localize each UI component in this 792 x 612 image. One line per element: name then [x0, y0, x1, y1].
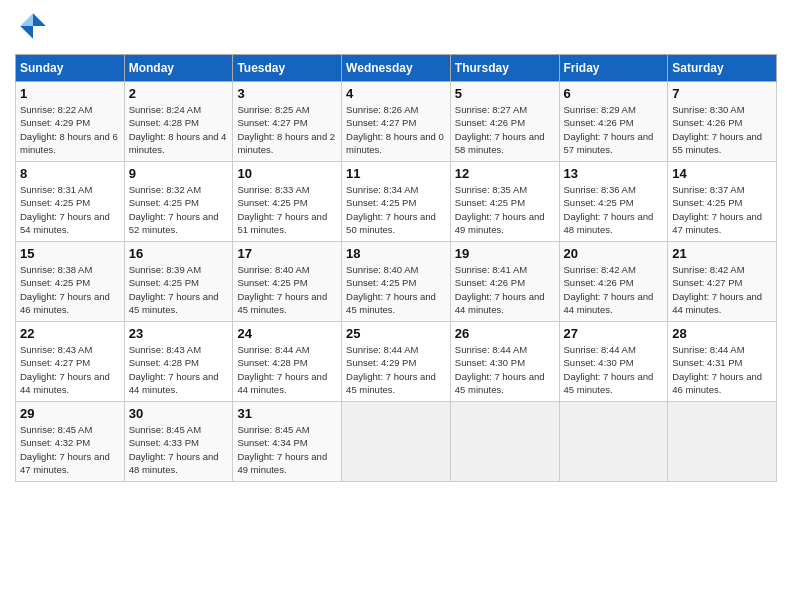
calendar-day-cell: 24 Sunrise: 8:44 AMSunset: 4:28 PMDaylig…	[233, 322, 342, 402]
calendar-day-cell: 3 Sunrise: 8:25 AMSunset: 4:27 PMDayligh…	[233, 82, 342, 162]
calendar-day-cell: 30 Sunrise: 8:45 AMSunset: 4:33 PMDaylig…	[124, 402, 233, 482]
day-number: 5	[455, 86, 555, 101]
svg-marker-0	[33, 13, 46, 26]
calendar-week-row: 29 Sunrise: 8:45 AMSunset: 4:32 PMDaylig…	[16, 402, 777, 482]
day-detail: Sunrise: 8:43 AMSunset: 4:27 PMDaylight:…	[20, 343, 120, 396]
calendar-day-cell: 6 Sunrise: 8:29 AMSunset: 4:26 PMDayligh…	[559, 82, 668, 162]
logo-icon	[17, 10, 49, 42]
day-detail: Sunrise: 8:45 AMSunset: 4:32 PMDaylight:…	[20, 423, 120, 476]
day-detail: Sunrise: 8:45 AMSunset: 4:33 PMDaylight:…	[129, 423, 229, 476]
day-detail: Sunrise: 8:24 AMSunset: 4:28 PMDaylight:…	[129, 103, 229, 156]
day-number: 11	[346, 166, 446, 181]
weekday-header-cell: Monday	[124, 55, 233, 82]
calendar-day-cell: 8 Sunrise: 8:31 AMSunset: 4:25 PMDayligh…	[16, 162, 125, 242]
day-number: 18	[346, 246, 446, 261]
day-number: 2	[129, 86, 229, 101]
day-detail: Sunrise: 8:36 AMSunset: 4:25 PMDaylight:…	[564, 183, 664, 236]
weekday-header-cell: Friday	[559, 55, 668, 82]
day-number: 16	[129, 246, 229, 261]
calendar-week-row: 15 Sunrise: 8:38 AMSunset: 4:25 PMDaylig…	[16, 242, 777, 322]
day-detail: Sunrise: 8:44 AMSunset: 4:30 PMDaylight:…	[455, 343, 555, 396]
day-detail: Sunrise: 8:35 AMSunset: 4:25 PMDaylight:…	[455, 183, 555, 236]
day-number: 14	[672, 166, 772, 181]
calendar-day-cell: 16 Sunrise: 8:39 AMSunset: 4:25 PMDaylig…	[124, 242, 233, 322]
calendar-day-cell: 20 Sunrise: 8:42 AMSunset: 4:26 PMDaylig…	[559, 242, 668, 322]
day-detail: Sunrise: 8:22 AMSunset: 4:29 PMDaylight:…	[20, 103, 120, 156]
calendar-day-cell: 5 Sunrise: 8:27 AMSunset: 4:26 PMDayligh…	[450, 82, 559, 162]
calendar-week-row: 22 Sunrise: 8:43 AMSunset: 4:27 PMDaylig…	[16, 322, 777, 402]
weekday-header-row: SundayMondayTuesdayWednesdayThursdayFrid…	[16, 55, 777, 82]
calendar-day-cell: 18 Sunrise: 8:40 AMSunset: 4:25 PMDaylig…	[342, 242, 451, 322]
calendar-day-cell: 26 Sunrise: 8:44 AMSunset: 4:30 PMDaylig…	[450, 322, 559, 402]
calendar-day-cell	[450, 402, 559, 482]
day-detail: Sunrise: 8:30 AMSunset: 4:26 PMDaylight:…	[672, 103, 772, 156]
weekday-header-cell: Sunday	[16, 55, 125, 82]
day-detail: Sunrise: 8:32 AMSunset: 4:25 PMDaylight:…	[129, 183, 229, 236]
calendar-day-cell: 1 Sunrise: 8:22 AMSunset: 4:29 PMDayligh…	[16, 82, 125, 162]
day-detail: Sunrise: 8:27 AMSunset: 4:26 PMDaylight:…	[455, 103, 555, 156]
day-number: 29	[20, 406, 120, 421]
calendar-day-cell: 21 Sunrise: 8:42 AMSunset: 4:27 PMDaylig…	[668, 242, 777, 322]
calendar-day-cell: 27 Sunrise: 8:44 AMSunset: 4:30 PMDaylig…	[559, 322, 668, 402]
day-number: 24	[237, 326, 337, 341]
calendar-day-cell: 15 Sunrise: 8:38 AMSunset: 4:25 PMDaylig…	[16, 242, 125, 322]
calendar-day-cell: 11 Sunrise: 8:34 AMSunset: 4:25 PMDaylig…	[342, 162, 451, 242]
calendar-body: 1 Sunrise: 8:22 AMSunset: 4:29 PMDayligh…	[16, 82, 777, 482]
svg-marker-2	[20, 26, 33, 39]
day-number: 6	[564, 86, 664, 101]
calendar-day-cell	[559, 402, 668, 482]
weekday-header-cell: Tuesday	[233, 55, 342, 82]
day-detail: Sunrise: 8:45 AMSunset: 4:34 PMDaylight:…	[237, 423, 337, 476]
day-number: 4	[346, 86, 446, 101]
day-number: 10	[237, 166, 337, 181]
day-number: 26	[455, 326, 555, 341]
day-number: 15	[20, 246, 120, 261]
day-number: 8	[20, 166, 120, 181]
calendar-day-cell: 10 Sunrise: 8:33 AMSunset: 4:25 PMDaylig…	[233, 162, 342, 242]
calendar-day-cell: 29 Sunrise: 8:45 AMSunset: 4:32 PMDaylig…	[16, 402, 125, 482]
day-number: 13	[564, 166, 664, 181]
calendar-day-cell: 19 Sunrise: 8:41 AMSunset: 4:26 PMDaylig…	[450, 242, 559, 322]
day-detail: Sunrise: 8:34 AMSunset: 4:25 PMDaylight:…	[346, 183, 446, 236]
day-detail: Sunrise: 8:33 AMSunset: 4:25 PMDaylight:…	[237, 183, 337, 236]
calendar-day-cell: 13 Sunrise: 8:36 AMSunset: 4:25 PMDaylig…	[559, 162, 668, 242]
calendar-day-cell: 7 Sunrise: 8:30 AMSunset: 4:26 PMDayligh…	[668, 82, 777, 162]
day-detail: Sunrise: 8:44 AMSunset: 4:30 PMDaylight:…	[564, 343, 664, 396]
calendar-day-cell: 4 Sunrise: 8:26 AMSunset: 4:27 PMDayligh…	[342, 82, 451, 162]
calendar-week-row: 1 Sunrise: 8:22 AMSunset: 4:29 PMDayligh…	[16, 82, 777, 162]
day-number: 23	[129, 326, 229, 341]
calendar-day-cell: 23 Sunrise: 8:43 AMSunset: 4:28 PMDaylig…	[124, 322, 233, 402]
calendar-day-cell	[342, 402, 451, 482]
day-detail: Sunrise: 8:44 AMSunset: 4:31 PMDaylight:…	[672, 343, 772, 396]
day-detail: Sunrise: 8:29 AMSunset: 4:26 PMDaylight:…	[564, 103, 664, 156]
calendar-day-cell: 25 Sunrise: 8:44 AMSunset: 4:29 PMDaylig…	[342, 322, 451, 402]
calendar-day-cell	[668, 402, 777, 482]
svg-marker-1	[20, 13, 33, 26]
calendar-day-cell: 28 Sunrise: 8:44 AMSunset: 4:31 PMDaylig…	[668, 322, 777, 402]
calendar-day-cell: 14 Sunrise: 8:37 AMSunset: 4:25 PMDaylig…	[668, 162, 777, 242]
day-detail: Sunrise: 8:31 AMSunset: 4:25 PMDaylight:…	[20, 183, 120, 236]
calendar-week-row: 8 Sunrise: 8:31 AMSunset: 4:25 PMDayligh…	[16, 162, 777, 242]
day-detail: Sunrise: 8:42 AMSunset: 4:26 PMDaylight:…	[564, 263, 664, 316]
weekday-header-cell: Wednesday	[342, 55, 451, 82]
day-number: 25	[346, 326, 446, 341]
day-detail: Sunrise: 8:39 AMSunset: 4:25 PMDaylight:…	[129, 263, 229, 316]
calendar-day-cell: 12 Sunrise: 8:35 AMSunset: 4:25 PMDaylig…	[450, 162, 559, 242]
day-number: 1	[20, 86, 120, 101]
day-number: 3	[237, 86, 337, 101]
day-number: 12	[455, 166, 555, 181]
day-number: 7	[672, 86, 772, 101]
day-detail: Sunrise: 8:44 AMSunset: 4:28 PMDaylight:…	[237, 343, 337, 396]
day-number: 21	[672, 246, 772, 261]
day-detail: Sunrise: 8:37 AMSunset: 4:25 PMDaylight:…	[672, 183, 772, 236]
day-detail: Sunrise: 8:25 AMSunset: 4:27 PMDaylight:…	[237, 103, 337, 156]
day-number: 9	[129, 166, 229, 181]
day-number: 28	[672, 326, 772, 341]
weekday-header-cell: Thursday	[450, 55, 559, 82]
day-number: 31	[237, 406, 337, 421]
weekday-header-cell: Saturday	[668, 55, 777, 82]
day-detail: Sunrise: 8:38 AMSunset: 4:25 PMDaylight:…	[20, 263, 120, 316]
calendar-day-cell: 22 Sunrise: 8:43 AMSunset: 4:27 PMDaylig…	[16, 322, 125, 402]
calendar-day-cell: 31 Sunrise: 8:45 AMSunset: 4:34 PMDaylig…	[233, 402, 342, 482]
page-header	[15, 10, 777, 46]
